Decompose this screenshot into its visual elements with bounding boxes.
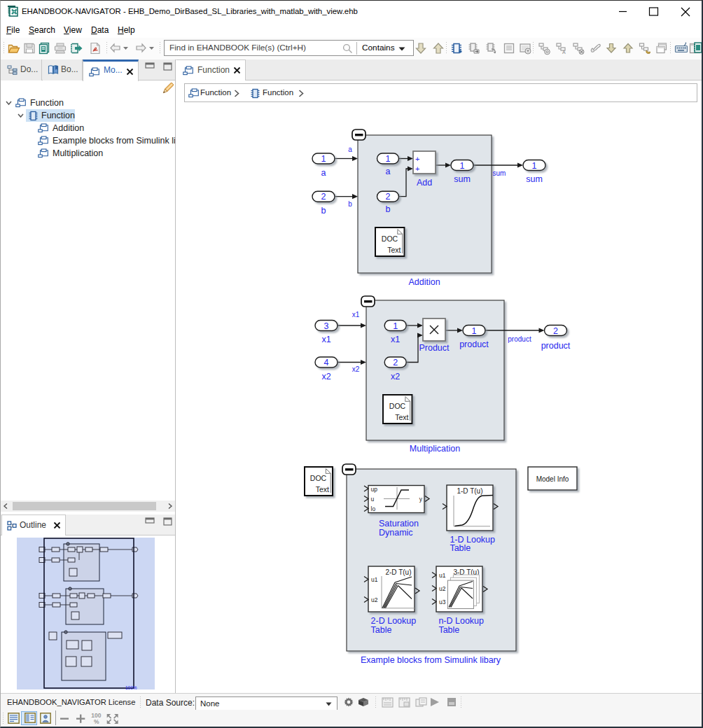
svg-text:a: a	[321, 168, 326, 178]
svg-text:1: 1	[460, 161, 465, 171]
svg-text:100%: 100%	[125, 685, 137, 690]
svg-text:Text: Text	[395, 413, 408, 421]
svg-text:product: product	[459, 340, 489, 349]
svg-text:x1: x1	[391, 335, 400, 344]
svg-text:Multiplication: Multiplication	[410, 444, 460, 454]
svg-text:2: 2	[393, 358, 398, 368]
svg-text:1: 1	[472, 326, 477, 336]
svg-text:b: b	[386, 204, 391, 214]
svg-text:4: 4	[324, 358, 329, 368]
svg-text:1: 1	[393, 321, 398, 331]
svg-text:1: 1	[386, 154, 391, 164]
svg-text:Text: Text	[387, 246, 401, 254]
svg-text:Model Info: Model Info	[536, 475, 569, 483]
svg-text:u3: u3	[439, 598, 446, 606]
svg-text:Table: Table	[371, 625, 392, 635]
svg-text:product: product	[541, 341, 571, 351]
svg-text:2: 2	[553, 326, 558, 336]
svg-text:Table: Table	[438, 625, 459, 635]
svg-text:x2: x2	[391, 372, 400, 382]
svg-text:u1: u1	[371, 576, 378, 583]
svg-text:sum: sum	[454, 174, 471, 184]
svg-text:a: a	[348, 146, 352, 153]
svg-text:Text: Text	[316, 485, 329, 493]
svg-text:Saturation: Saturation	[379, 519, 419, 528]
svg-text:2: 2	[386, 192, 391, 202]
svg-text:Dynamic: Dynamic	[379, 528, 413, 538]
svg-text:product: product	[508, 335, 531, 343]
svg-text:x1: x1	[321, 335, 330, 344]
svg-text:b: b	[348, 200, 352, 208]
svg-text:u2: u2	[371, 596, 378, 603]
svg-text:DOC: DOC	[389, 402, 406, 410]
svg-text:b: b	[321, 206, 326, 216]
svg-text:sum: sum	[526, 174, 543, 184]
svg-text:Table: Table	[450, 543, 471, 553]
svg-text:2-D T(u): 2-D T(u)	[385, 568, 411, 576]
svg-text:1: 1	[532, 161, 537, 171]
svg-text:1-D T(u): 1-D T(u)	[457, 487, 482, 495]
svg-text:%: %	[94, 718, 99, 725]
svg-text:2: 2	[321, 192, 326, 202]
svg-text:+: +	[415, 155, 419, 163]
svg-text:sum: sum	[493, 169, 506, 177]
svg-text:u1: u1	[439, 572, 446, 579]
svg-text:DOC: DOC	[382, 234, 398, 243]
svg-text:1: 1	[321, 154, 326, 164]
svg-text:Addition: Addition	[408, 277, 440, 287]
svg-text:x2: x2	[352, 365, 360, 373]
svg-text:a: a	[386, 167, 391, 176]
svg-text:A: A	[562, 50, 566, 55]
svg-text:Example blocks from Simulink l: Example blocks from Simulink libary	[361, 655, 501, 665]
svg-text:Add: Add	[417, 178, 432, 188]
svg-text:lo: lo	[371, 505, 376, 512]
svg-text:u2: u2	[439, 585, 446, 592]
svg-text:u: u	[371, 496, 375, 503]
svg-text:x1: x1	[352, 311, 360, 318]
svg-text:Product: Product	[419, 343, 450, 353]
svg-text:+: +	[415, 164, 419, 173]
svg-text:up: up	[371, 486, 378, 493]
svg-text:3: 3	[324, 321, 329, 331]
svg-text:x2: x2	[321, 372, 330, 382]
svg-text:DOC: DOC	[310, 474, 327, 482]
